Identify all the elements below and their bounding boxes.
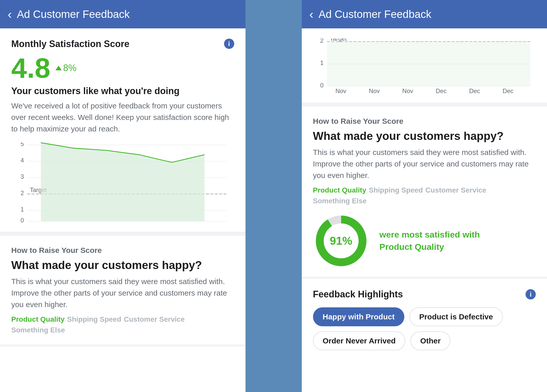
right-what-made-desc: This is what your customers said they we… bbox=[313, 147, 536, 181]
feedback-header-row: Feedback Highlights i bbox=[313, 289, 536, 300]
left-content: Monthly Satisfaction Score i 4.8 8% Your… bbox=[0, 28, 245, 392]
right-chart-svg: 2 1 0 Target Nov Nov Nov Dec Dec Dec bbox=[313, 39, 536, 95]
right-tag-product-quality[interactable]: Product Quality bbox=[313, 186, 366, 194]
feedback-btn-other[interactable]: Other bbox=[410, 331, 450, 350]
score-chart: 5 4 3 2 1 0 Target Nov bbox=[11, 142, 234, 224]
svg-text:Dec: Dec bbox=[134, 223, 144, 224]
feedback-buttons: Happy with Product Product is Defective … bbox=[313, 307, 536, 350]
svg-text:Dec: Dec bbox=[503, 87, 513, 94]
what-made-desc: This is what your customers said they we… bbox=[11, 276, 234, 310]
svg-text:0: 0 bbox=[320, 82, 323, 89]
svg-marker-14 bbox=[41, 143, 205, 221]
svg-text:3: 3 bbox=[21, 173, 24, 180]
svg-text:Dec: Dec bbox=[199, 223, 210, 224]
right-content: 2 1 0 Target Nov Nov Nov Dec Dec Dec bbox=[302, 28, 547, 392]
how-to-section: How to Raise Your Score What made your c… bbox=[0, 236, 245, 346]
svg-text:Nov: Nov bbox=[101, 223, 112, 224]
score-info-icon[interactable]: i bbox=[224, 39, 234, 49]
svg-rect-29 bbox=[327, 42, 530, 86]
tag-something-else[interactable]: Something Else bbox=[11, 326, 65, 334]
svg-text:4: 4 bbox=[21, 157, 24, 164]
right-panel: ‹ Ad Customer Feedback 2 1 0 Target bbox=[302, 0, 547, 392]
feedback-btn-happy[interactable]: Happy with Product bbox=[313, 307, 405, 326]
right-tags-row: Product Quality Shipping Speed Customer … bbox=[313, 186, 536, 205]
feedback-info-icon[interactable]: i bbox=[526, 289, 536, 299]
right-back-button[interactable]: ‹ bbox=[309, 7, 314, 21]
left-header: ‹ Ad Customer Feedback bbox=[0, 0, 245, 28]
svg-text:Nov: Nov bbox=[36, 223, 46, 224]
feedback-btn-defective[interactable]: Product is Defective bbox=[409, 307, 503, 326]
svg-text:Nov: Nov bbox=[402, 87, 413, 94]
svg-text:1: 1 bbox=[21, 206, 24, 213]
donut-label-prefix: were most satisfied with bbox=[379, 230, 480, 239]
what-made-title: What made your customers happy? bbox=[11, 259, 234, 272]
donut-percent: 91% bbox=[330, 234, 352, 247]
right-tag-shipping-speed[interactable]: Shipping Speed bbox=[369, 186, 423, 194]
svg-text:2: 2 bbox=[21, 190, 24, 196]
donut-row: 91% were most satisfied with Product Qua… bbox=[313, 213, 536, 269]
svg-text:1: 1 bbox=[320, 59, 323, 66]
right-tag-customer-service[interactable]: Customer Service bbox=[426, 186, 486, 194]
feedback-title: Feedback Highlights bbox=[313, 289, 403, 300]
tag-product-quality[interactable]: Product Quality bbox=[11, 315, 64, 323]
left-header-title: Ad Customer Feedback bbox=[17, 8, 130, 20]
left-back-button[interactable]: ‹ bbox=[8, 7, 12, 21]
customers-like-desc: We've received a lot of positive feedbac… bbox=[11, 100, 234, 135]
right-chart-area: 2 1 0 Target Nov Nov Nov Dec Dec Dec bbox=[313, 39, 536, 95]
score-chart-svg: 5 4 3 2 1 0 Target Nov bbox=[11, 142, 234, 224]
right-tag-something-else[interactable]: Something Else bbox=[313, 197, 367, 205]
panel-divider bbox=[245, 0, 302, 392]
svg-text:Nov: Nov bbox=[335, 87, 346, 94]
svg-text:2: 2 bbox=[320, 39, 323, 44]
right-chart-section: 2 1 0 Target Nov Nov Nov Dec Dec Dec bbox=[302, 28, 547, 107]
score-header-row: Monthly Satisfaction Score i bbox=[11, 39, 234, 51]
right-header: ‹ Ad Customer Feedback bbox=[302, 0, 547, 28]
donut-label: were most satisfied with Product Quality bbox=[379, 229, 480, 253]
score-change: 8% bbox=[55, 63, 76, 73]
trend-up-icon bbox=[55, 66, 62, 70]
customers-like-title: Your customers like what you're doing bbox=[11, 86, 234, 96]
svg-text:5: 5 bbox=[21, 142, 24, 147]
score-section: Monthly Satisfaction Score i 4.8 8% Your… bbox=[0, 28, 245, 236]
donut-chart: 91% bbox=[313, 213, 369, 269]
right-how-to-section: How to Raise Your Score What made your c… bbox=[302, 107, 547, 279]
how-to-label: How to Raise Your Score bbox=[11, 246, 234, 255]
score-row: 4.8 8% bbox=[11, 54, 234, 82]
svg-text:Nov: Nov bbox=[68, 223, 79, 224]
score-section-title: Monthly Satisfaction Score bbox=[11, 39, 129, 49]
svg-text:Nov: Nov bbox=[369, 87, 380, 94]
feedback-btn-never-arrived[interactable]: Order Never Arrived bbox=[313, 331, 406, 350]
svg-text:0: 0 bbox=[21, 217, 24, 224]
tags-row: Product Quality Shipping Speed Customer … bbox=[11, 315, 234, 334]
tag-customer-service[interactable]: Customer Service bbox=[124, 315, 185, 323]
svg-text:Dec: Dec bbox=[436, 87, 446, 94]
tag-shipping-speed[interactable]: Shipping Speed bbox=[67, 315, 121, 323]
score-value: 4.8 bbox=[11, 54, 50, 82]
feedback-section: Feedback Highlights i Happy with Product… bbox=[302, 279, 547, 358]
donut-label-highlight: Product Quality bbox=[379, 242, 444, 252]
left-panel: ‹ Ad Customer Feedback Monthly Satisfact… bbox=[0, 0, 245, 392]
score-change-value: 8% bbox=[63, 63, 76, 73]
svg-text:Dec: Dec bbox=[469, 87, 480, 94]
svg-text:Dec: Dec bbox=[166, 223, 177, 224]
right-what-made-title: What made your customers happy? bbox=[313, 130, 536, 142]
svg-text:Target: Target bbox=[330, 39, 347, 42]
right-header-title: Ad Customer Feedback bbox=[318, 8, 431, 20]
right-how-to-label: How to Raise Your Score bbox=[313, 117, 536, 126]
